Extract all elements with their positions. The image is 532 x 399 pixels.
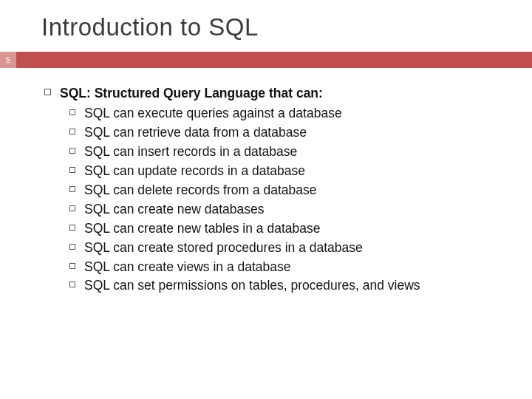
slide-title: Introduction to SQL	[0, 0, 532, 52]
list-item-text: SQL can create views in a database	[84, 258, 291, 277]
list-item: SQL can create new databases	[69, 200, 532, 219]
list-item-text: SQL can delete records from a database	[84, 181, 317, 200]
sub-list: SQL can execute queries against a databa…	[69, 103, 532, 296]
list-item: SQL can update records in a database	[69, 162, 532, 181]
square-bullet-icon	[69, 244, 75, 250]
page-number: 5	[6, 55, 10, 64]
lead-row: SQL: Structured Query Language that can:	[44, 84, 532, 103]
list-item-text: SQL can create new databases	[84, 200, 265, 219]
list-item-text: SQL can update records in a database	[84, 162, 305, 181]
list-item: SQL can create stored procedures in a da…	[69, 239, 532, 258]
square-bullet-icon	[44, 89, 51, 95]
list-item: SQL can retrieve data from a database	[69, 123, 532, 143]
lead-text: SQL: Structured Query Language that can:	[60, 84, 323, 103]
accent-bar: 5	[0, 52, 532, 68]
square-bullet-icon	[69, 148, 75, 154]
square-bullet-icon	[69, 205, 75, 211]
list-item-text: SQL can execute queries against a databa…	[84, 104, 342, 123]
list-item-text: SQL can create new tables in a database	[84, 219, 320, 239]
content-area: SQL: Structured Query Language that can:…	[0, 68, 532, 296]
square-bullet-icon	[69, 167, 75, 173]
page-number-box: 5	[0, 52, 16, 68]
square-bullet-icon	[69, 109, 75, 115]
slide: Introduction to SQL 5 SQL: Structured Qu…	[0, 0, 532, 399]
square-bullet-icon	[69, 129, 75, 134]
list-item: SQL can set permissions on tables, proce…	[69, 276, 532, 296]
list-item: SQL can insert records in a database	[69, 143, 532, 162]
square-bullet-icon	[69, 263, 75, 269]
square-bullet-icon	[69, 186, 75, 192]
list-item: SQL can execute queries against a databa…	[69, 104, 532, 123]
list-item-text: SQL can set permissions on tables, proce…	[84, 276, 420, 296]
list-item-text: SQL can retrieve data from a database	[84, 123, 307, 143]
list-item-text: SQL can insert records in a database	[84, 143, 297, 162]
square-bullet-icon	[69, 225, 75, 231]
list-item: SQL can delete records from a database	[69, 181, 532, 200]
list-item-text: SQL can create stored procedures in a da…	[84, 239, 363, 258]
list-item: SQL can create views in a database	[69, 258, 532, 277]
list-item: SQL can create new tables in a database	[69, 219, 532, 239]
square-bullet-icon	[69, 282, 75, 287]
